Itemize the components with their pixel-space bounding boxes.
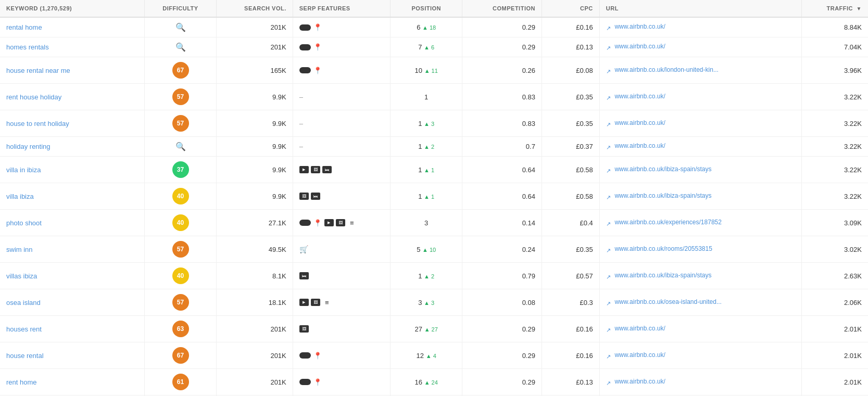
url-cell: ↗ www.airbnb.co.uk/ibiza-spain/stays [599,183,801,210]
search-vol-cell: 201K [217,316,293,342]
table-row: villa ibiza 40 9.9K 🖼🛏 1 ▲ 1 0.64 £0.58 … [0,183,868,210]
table-row: villa in ibiza 37 9.9K ▶🖼🛏 1 ▲ 1 0.64 £0… [0,157,868,183]
video-icon: ▶ [299,166,309,173]
url-link[interactable]: www.airbnb.co.uk/ [614,93,665,100]
difficulty-cell: 🔍 [144,137,217,157]
keyword-link[interactable]: rent house holiday [6,93,61,101]
url-link[interactable]: www.airbnb.co.uk/ [614,23,665,30]
hotel-icon: 🛏 [311,193,320,200]
keyword-link[interactable]: villa in ibiza [6,166,41,174]
position-cell: 12 ▲ 4 [390,342,462,369]
cpc-cell: £0.58 [542,157,599,183]
position-change: ▲ 24 [424,379,438,386]
cpc-cell: £0.57 [542,263,599,289]
keyword-link[interactable]: swim inn [6,246,33,253]
url-link[interactable]: www.airbnb.co.uk/ibiza-spain/stays [614,165,711,173]
keyword-link[interactable]: holiday renting [6,143,51,150]
keyword-cell: rent house holiday [0,84,144,110]
external-link-icon: ↗ [606,45,611,51]
cpc-cell: £0.3 [542,289,599,316]
competition-cell: 0.79 [462,263,542,289]
col-header-url: URL [599,0,801,17]
url-link[interactable]: www.airbnb.co.uk/osea-island-united... [614,298,721,305]
pin-icon: 📍 [313,44,322,51]
image-icon: 🖼 [311,166,320,173]
url-cell: ↗ www.airbnb.co.uk/rooms/20553815 [599,236,801,263]
url-link[interactable]: www.airbnb.co.uk/ [614,119,665,126]
pin-icon: 📍 [313,24,322,31]
external-link-icon: ↗ [606,95,611,101]
cpc-cell: £0.16 [542,316,599,342]
keyword-cell: rental home [0,17,144,37]
url-cell: ↗ www.airbnb.co.uk/ [599,342,801,369]
difficulty-badge: 40 [172,214,189,231]
url-link[interactable]: www.airbnb.co.uk/ibiza-spain/stays [614,272,711,279]
url-link[interactable]: www.airbnb.co.uk/london-united-kin... [614,66,718,73]
keyword-link[interactable]: homes rentals [6,43,49,51]
search-vol-cell: 27.1K [217,210,293,236]
url-cell: ↗ www.airbnb.co.uk/ [599,110,801,137]
serp-features-cell: 🛏 [293,263,390,289]
difficulty-cell: 67 [144,342,217,369]
keyword-link[interactable]: rental home [6,23,42,31]
position-cell: 6 ▲ 18 [390,17,462,37]
competition-cell: 0.64 [462,157,542,183]
col-header-traffic[interactable]: TRAFFIC ▼ [801,0,868,17]
url-link[interactable]: www.airbnb.co.uk/ [614,325,665,332]
table-row: rent home 61 201K 📍 16 ▲ 24 0.29 £0.13 ↗… [0,369,868,395]
difficulty-cell: 40 [144,183,217,210]
url-link[interactable]: www.airbnb.co.uk/experiences/187852 [614,219,721,226]
traffic-cell: 3.02K [801,236,868,263]
col-header-keyword: KEYWORD (1,270,529) [0,0,144,17]
keyword-link[interactable]: house rental near me [6,67,70,74]
keyword-cell: osea island [0,289,144,316]
url-link[interactable]: www.airbnb.co.uk/ibiza-spain/stays [614,192,711,199]
pin-icon: 📍 [313,219,322,226]
table-row: house rental near me 67 165K 📍 10 ▲ 11 0… [0,57,868,84]
keyword-link[interactable]: osea island [6,299,41,306]
traffic-cell: 2.01K [801,369,868,395]
table-row: osea island 57 18.1K ▶🖼≡ 3 ▲ 3 0.08 £0.3… [0,289,868,316]
url-link[interactable]: www.airbnb.co.uk/ [614,351,665,359]
keyword-link[interactable]: houses rent [6,325,42,333]
position-change: ▲ 1 [424,194,434,200]
position-cell: 16 ▲ 24 [390,369,462,395]
difficulty-cell: 🔍 [144,17,217,37]
pin-icon: 📍 [313,67,322,74]
position-cell: 1 ▲ 1 [390,157,462,183]
position-cell: 3 ▲ 3 [390,289,462,316]
position-change: ▲ 3 [424,300,434,306]
keyword-link[interactable]: photo shoot [6,219,42,227]
difficulty-badge: 67 [172,347,189,364]
position-change: ▲ 4 [426,353,436,359]
pin-icon: 📍 [313,378,322,386]
url-link[interactable]: www.airbnb.co.uk/rooms/20553815 [614,245,712,252]
keyword-cell: house to rent holiday [0,110,144,137]
traffic-cell: 3.22K [801,183,868,210]
traffic-cell: 2.01K [801,316,868,342]
external-link-icon: ↗ [606,274,611,280]
difficulty-cell: 57 [144,84,217,110]
keyword-cell: houses rent [0,316,144,342]
search-vol-cell: 8.1K [217,263,293,289]
url-cell: ↗ www.airbnb.co.uk/ [599,17,801,37]
url-link[interactable]: www.airbnb.co.uk/ [614,142,665,149]
keyword-cell: villas ibiza [0,263,144,289]
external-link-icon: ↗ [606,221,611,227]
keyword-link[interactable]: house to rent holiday [6,120,69,127]
keyword-link[interactable]: villas ibiza [6,272,37,280]
url-link[interactable]: www.airbnb.co.uk/ [614,378,665,385]
keyword-link[interactable]: rent home [6,378,37,386]
difficulty-cell: 67 [144,57,217,84]
cpc-cell: £0.16 [542,342,599,369]
traffic-cell: 3.22K [801,110,868,137]
external-link-icon: ↗ [606,144,611,150]
difficulty-cell: 40 [144,263,217,289]
url-link[interactable]: www.airbnb.co.uk/ [614,43,665,50]
keyword-link[interactable]: villa ibiza [6,193,34,200]
table-row: holiday renting 🔍 9.9K – 1 ▲ 2 0.7 £0.37… [0,137,868,157]
traffic-cell: 3.22K [801,84,868,110]
serp-features-cell: ▶🖼🛏 [293,157,390,183]
keyword-link[interactable]: house rental [6,352,44,360]
pill-icon [299,220,311,226]
